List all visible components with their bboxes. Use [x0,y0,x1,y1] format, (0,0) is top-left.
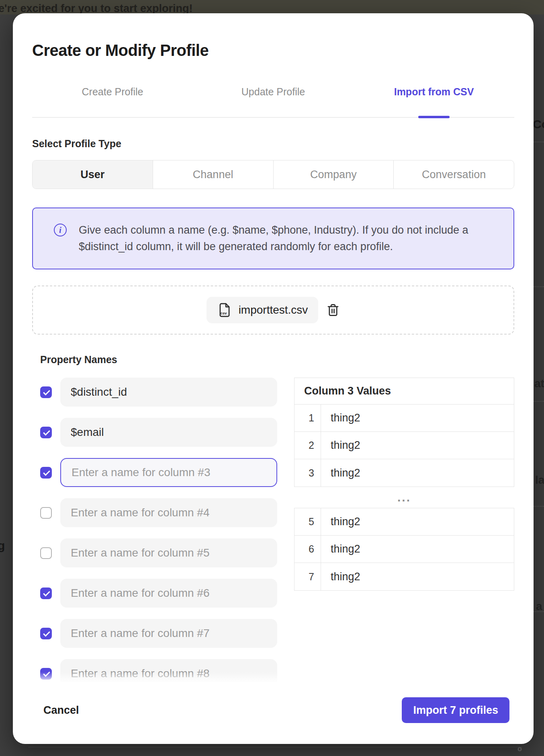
background-divider [534,142,544,142]
row-number: 7 [294,563,321,590]
info-banner-line2: $distinct_id column, it will be generate… [79,238,468,255]
property-row-4 [40,498,277,527]
info-banner: i Give each column a name (e.g. $name, $… [32,207,514,269]
row-value: thing2 [321,459,514,487]
property-row-2 [40,418,277,447]
import-profiles-button[interactable]: Import 7 profiles [402,697,509,723]
column-5-checkbox[interactable] [40,547,52,559]
info-banner-line1: Give each column a name (e.g. $name, $ph… [79,222,468,238]
column-5-name-input[interactable] [60,538,277,567]
profile-type-channel[interactable]: Channel [153,160,273,189]
background-text-fragment: ata [534,377,544,390]
property-row-8 [40,659,277,682]
profile-type-user[interactable]: User [33,160,153,189]
row-value: thing2 [321,405,514,431]
row-number: 6 [294,536,321,563]
uploaded-file-name: importtest.csv [239,304,308,316]
tab-label: Import from CSV [394,86,474,97]
profile-type-company[interactable]: Company [273,160,394,189]
cancel-button[interactable]: Cancel [41,704,82,717]
uploaded-file-chip[interactable]: csv importtest.csv [207,297,319,323]
tab-label: Create Profile [82,86,143,97]
mapping-area: Column 3 Values 1 thing2 2 thing2 3 thin… [32,378,514,682]
background-text-fragment: lab [535,474,544,487]
active-tab-underline [418,116,450,118]
profile-type-conversation[interactable]: Conversation [393,160,514,189]
column-1-name-input[interactable] [60,378,277,407]
table-row: 2 thing2 [294,432,514,459]
row-value: thing2 [321,432,514,459]
modal-tabs: Create Profile Update Profile Import fro… [32,86,514,118]
column-7-checkbox[interactable] [40,628,52,639]
table-row: 5 thing2 [294,508,514,536]
column-values-preview: Column 3 Values 1 thing2 2 thing2 3 thin… [294,378,514,591]
profile-type-segmented-control: User Channel Company Conversation [32,160,514,189]
property-row-6 [40,579,277,608]
row-number: 3 [294,459,321,487]
column-3-checkbox[interactable] [40,467,52,479]
background-divider [534,286,544,287]
property-names-heading: Property Names [40,354,514,366]
trash-icon[interactable] [326,303,340,317]
column-3-name-input[interactable] [60,458,277,487]
csv-dropzone[interactable]: csv importtest.csv [32,286,514,335]
background-divider [534,611,544,612]
row-number: 2 [294,432,321,459]
property-row-7 [40,619,277,648]
column-2-checkbox[interactable] [40,427,52,438]
background-banner: e're excited for you to start exploring! [0,0,544,14]
background-text-fragment: o [517,745,522,753]
rows-ellipsis: ... [294,487,514,508]
background-divider [534,506,544,507]
row-number: 1 [294,405,321,431]
create-or-modify-profile-modal: Create or Modify Profile Create Profile … [13,13,534,744]
column-8-checkbox[interactable] [40,668,52,680]
table-row: 1 thing2 [294,405,514,432]
row-value: thing2 [321,563,514,590]
column-7-name-input[interactable] [60,619,277,648]
row-number: 5 [294,508,321,535]
column-1-checkbox[interactable] [40,386,52,398]
tab-import-from-csv[interactable]: Import from CSV [354,86,514,98]
modal-title: Create or Modify Profile [32,41,514,60]
modal-footer: Cancel Import 7 profiles [32,697,514,723]
row-value: thing2 [321,508,514,535]
background-text-fragment: g [0,539,5,553]
select-profile-type-label: Select Profile Type [32,138,514,150]
tab-update-profile[interactable]: Update Profile [193,86,354,98]
column-2-name-input[interactable] [60,418,277,447]
column-4-name-input[interactable] [60,498,277,527]
svg-text:csv: csv [220,311,227,315]
table-row: 7 thing2 [294,563,514,590]
property-row-3 [40,458,277,487]
info-icon: i [54,224,67,236]
values-table-header: Column 3 Values [294,378,514,405]
row-value: thing2 [321,536,514,563]
background-divider [28,747,522,748]
column-4-checkbox[interactable] [40,507,52,519]
info-banner-text: Give each column a name (e.g. $name, $ph… [79,222,468,255]
background-text-fragment: Col [533,117,544,131]
column-8-name-input[interactable] [60,659,277,682]
tab-create-profile[interactable]: Create Profile [32,86,193,98]
column-6-name-input[interactable] [60,579,277,608]
column-6-checkbox[interactable] [40,588,52,599]
background-divider [534,401,544,402]
tab-label: Update Profile [241,86,305,97]
values-table-top: Column 3 Values 1 thing2 2 thing2 3 thin… [294,378,514,487]
table-row: 6 thing2 [294,536,514,563]
values-table-bottom: 5 thing2 6 thing2 7 thing2 [294,508,514,591]
property-row-5 [40,538,277,567]
background-banner-text: e're excited for you to start exploring! [0,2,193,14]
property-row-1 [40,378,277,407]
table-row: 3 thing2 [294,459,514,487]
csv-file-icon: csv [217,302,232,318]
property-name-list [40,378,277,682]
